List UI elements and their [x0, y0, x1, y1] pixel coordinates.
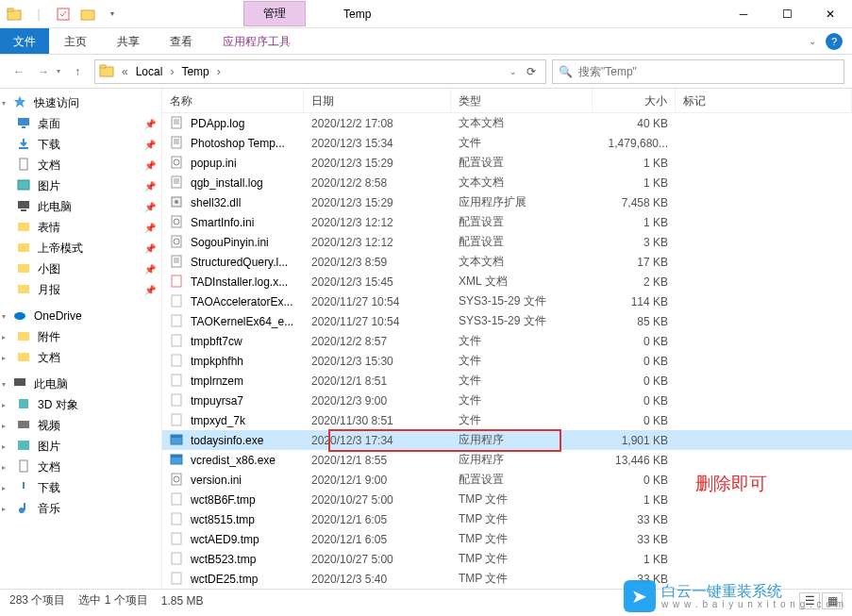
search-input[interactable] [578, 65, 838, 78]
file-icon [170, 156, 185, 171]
sidebar-quick-access[interactable]: ▾ 快速访问 [0, 92, 161, 113]
col-name[interactable]: 名称 [162, 89, 304, 112]
sidebar-item-shangdi[interactable]: 上帝模式📌 [0, 238, 161, 258]
sidebar-item-xiaotu[interactable]: 小图📌 [0, 258, 161, 279]
table-row[interactable]: tmpbft7cw2020/12/2 8:57文件0 KB [162, 331, 852, 351]
breadcrumb-sep[interactable]: « [118, 65, 132, 78]
file-size: 33 KB [593, 573, 676, 586]
properties-icon[interactable] [55, 6, 72, 23]
breadcrumb[interactable]: « Local › Temp › ⌄ ⟳ [94, 59, 546, 84]
refresh-icon[interactable]: ⟳ [521, 65, 542, 78]
sidebar-item-pictures2[interactable]: ▸图片 [0, 436, 161, 457]
nav-history-dropdown[interactable]: ▾ [57, 67, 60, 75]
table-row[interactable]: tmpxyd_7k2020/11/30 8:51文件0 KB [162, 410, 852, 430]
tab-app-tools[interactable]: 应用程序工具 [208, 28, 306, 54]
breadcrumb-item[interactable]: Local [134, 65, 165, 78]
sidebar-item-thispc[interactable]: 此电脑📌 [0, 196, 161, 217]
sidebar-item-biaoqing[interactable]: 表情📌 [0, 217, 161, 238]
maximize-button[interactable]: ☐ [765, 0, 809, 28]
breadcrumb-dropdown-icon[interactable]: ⌄ [510, 67, 517, 76]
file-icon [170, 294, 185, 309]
picture-icon [17, 439, 32, 454]
table-row[interactable]: wctB523.tmp2020/10/27 5:00TMP 文件1 KB [162, 549, 852, 569]
sidebar-item-downloads2[interactable]: ▸下载 [0, 477, 161, 498]
sidebar-item-fujian[interactable]: ▸附件 [0, 326, 161, 347]
sidebar-item-wendang[interactable]: ▸文档 [0, 347, 161, 368]
help-icon[interactable]: ? [826, 33, 843, 50]
nav-forward-button[interactable]: → [32, 60, 55, 83]
sidebar-onedrive[interactable]: ▾OneDrive [0, 306, 161, 326]
sidebar-item-3dobjects[interactable]: ▸3D 对象 [0, 394, 161, 415]
tab-file[interactable]: 文件 [0, 28, 49, 54]
nav-up-button[interactable]: ↑ [66, 60, 89, 83]
close-button[interactable]: ✕ [809, 0, 852, 28]
file-type: 配置设置 [451, 234, 593, 250]
table-row[interactable]: TADInstaller.log.x...2020/12/3 15:45XML … [162, 272, 852, 291]
file-icon [170, 572, 185, 587]
table-row[interactable]: wctAED9.tmp2020/12/1 6:05TMP 文件33 KB [162, 529, 852, 549]
table-row[interactable]: vcredist_x86.exe2020/12/1 8:55应用程序13,446… [162, 450, 852, 470]
svg-point-18 [14, 312, 25, 320]
table-row[interactable]: TAOKernelEx64_e...2020/11/27 10:54SYS3-1… [162, 311, 852, 331]
table-row[interactable]: Photoshop Temp...2020/12/3 15:34文件1,479,… [162, 133, 852, 153]
sidebar-item-documents[interactable]: 文档📌 [0, 155, 161, 175]
sidebar-item-label: 表情 [38, 220, 60, 236]
breadcrumb-sep[interactable]: › [213, 65, 225, 78]
file-name: qgb_install.log [191, 176, 263, 190]
breadcrumb-item[interactable]: Temp [179, 65, 210, 78]
table-row[interactable]: wctDE25.tmp2020/12/3 5:40TMP 文件33 KB [162, 569, 852, 589]
pin-icon: 📌 [144, 119, 156, 129]
file-name: PDApp.log [191, 117, 244, 130]
sidebar-item-yuebao[interactable]: 月报📌 [0, 279, 161, 300]
file-size: 7,458 KB [593, 196, 676, 209]
view-icons-button[interactable]: ▦ [822, 592, 843, 609]
file-type: XML 文档 [451, 274, 593, 290]
col-tag[interactable]: 标记 [676, 89, 852, 112]
table-row[interactable]: todaysinfo.exe2020/12/3 17:34应用程序1,901 K… [162, 430, 852, 450]
table-row[interactable]: tmplrnzem2020/12/1 8:51文件0 KB [162, 371, 852, 391]
table-row[interactable]: shell32.dll2020/12/3 15:29应用程序扩展7,458 KB [162, 192, 852, 212]
nav-back-button[interactable]: ← [8, 60, 30, 83]
picture-icon [17, 178, 32, 193]
sidebar-item-documents2[interactable]: ▸文档 [0, 457, 161, 477]
col-type[interactable]: 类型 [451, 89, 593, 112]
sidebar-item-music[interactable]: ▸音乐 [0, 498, 161, 519]
breadcrumb-sep[interactable]: › [166, 65, 177, 78]
sidebar-item-label: 音乐 [38, 501, 60, 517]
file-date: 2020/12/3 5:40 [304, 573, 451, 586]
table-row[interactable]: TAOAcceleratorEx...2020/11/27 10:54SYS3-… [162, 291, 852, 311]
qat-dropdown-icon[interactable]: ▾ [104, 6, 121, 23]
table-row[interactable]: StructuredQuery.l...2020/12/3 8:59文本文档17… [162, 252, 852, 272]
file-size: 0 KB [593, 394, 676, 408]
table-row[interactable]: wct8B6F.tmp2020/10/27 5:00TMP 文件1 KB [162, 490, 852, 509]
file-date: 2020/12/3 9:00 [304, 394, 451, 408]
table-row[interactable]: tmpkphfhh2020/12/3 15:30文件0 KB [162, 351, 852, 371]
sidebar-item-videos[interactable]: ▸视频 [0, 415, 161, 436]
svg-rect-25 [20, 460, 27, 472]
col-size[interactable]: 大小 [593, 89, 676, 112]
table-row[interactable]: SmartInfo.ini2020/12/3 12:12配置设置1 KB [162, 212, 852, 232]
col-date[interactable]: 日期 [304, 89, 451, 112]
new-folder-icon[interactable] [79, 6, 96, 23]
view-details-button[interactable]: ☰ [799, 592, 820, 609]
table-row[interactable]: SogouPinyin.ini2020/12/3 12:12配置设置3 KB [162, 232, 852, 252]
table-row[interactable]: wct8515.tmp2020/12/1 6:05TMP 文件33 KB [162, 509, 852, 529]
table-row[interactable]: PDApp.log2020/12/2 17:08文本文档40 KB [162, 113, 852, 133]
sidebar-thispc[interactable]: ▾此电脑 [0, 374, 161, 394]
sidebar-item-desktop[interactable]: 桌面📌 [0, 113, 161, 134]
table-row[interactable]: version.ini2020/12/1 9:00配置设置0 KB [162, 470, 852, 490]
pin-icon: 📌 [144, 223, 156, 233]
file-date: 2020/11/27 10:54 [304, 295, 451, 308]
tab-home[interactable]: 主页 [49, 28, 102, 54]
sidebar-item-pictures[interactable]: 图片📌 [0, 175, 161, 196]
search-box[interactable]: 🔍 [552, 59, 844, 84]
table-row[interactable]: qgb_install.log2020/12/2 8:58文本文档1 KB [162, 173, 852, 192]
minimize-button[interactable]: ─ [722, 0, 765, 28]
sidebar-item-downloads[interactable]: 下载📌 [0, 134, 161, 155]
ribbon-expand-icon[interactable]: ⌄ [809, 36, 816, 46]
table-row[interactable]: popup.ini2020/12/3 15:29配置设置1 KB [162, 153, 852, 173]
tab-view[interactable]: 查看 [155, 28, 208, 54]
tab-share[interactable]: 共享 [102, 28, 155, 54]
table-row[interactable]: tmpuyrsa72020/12/3 9:00文件0 KB [162, 391, 852, 410]
window-title: Temp [343, 8, 371, 21]
